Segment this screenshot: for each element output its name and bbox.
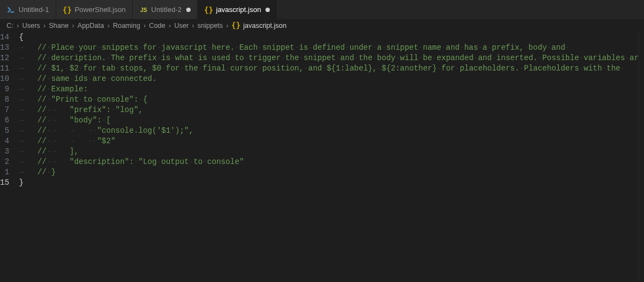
- breadcrumb-segment[interactable]: AppData: [78, 22, 104, 30]
- braces-icon: {}: [232, 21, 240, 31]
- line-number: 12: [0, 53, 9, 63]
- code-line[interactable]: → //·→ "description":·"Log·output·to·con…: [19, 157, 644, 167]
- line-number: 9: [0, 84, 9, 95]
- svg-text:{}: {}: [204, 5, 213, 14]
- code-text: //·→ "prefix":·"log",: [37, 105, 143, 115]
- line-number: 11: [0, 63, 9, 74]
- breadcrumb-final[interactable]: {}javascript.json: [232, 21, 286, 31]
- tab-untitled-2[interactable]: JSUntitled-2: [133, 0, 198, 19]
- dirty-indicator-icon: [265, 8, 270, 12]
- tab-bar: Untitled-1{}PowerShell.jsonJSUntitled-2{…: [0, 0, 644, 19]
- line-number: 1: [0, 167, 9, 178]
- tab-label: PowerShell.json: [75, 5, 126, 14]
- breadcrumb[interactable]: C:›Users›Shane›AppData›Roaming›Code›User…: [0, 19, 644, 32]
- code-text: //·same·ids·are·connected.: [37, 74, 157, 84]
- code-text: //·→ → ··"$2": [37, 136, 115, 146]
- breadcrumb-segment[interactable]: Shane: [49, 22, 69, 30]
- code-text: //·→ "description":·"Log·output·to·conso…: [37, 157, 244, 167]
- svg-text:{}: {}: [63, 5, 72, 14]
- svg-text:{}: {}: [232, 21, 240, 30]
- code-line[interactable]: → //·→ → ··"$2": [19, 136, 644, 146]
- line-number: 8: [0, 95, 9, 105]
- braces-icon: {}: [63, 5, 72, 14]
- code-area[interactable]: {→ //·Place·your·snippets·for·javascript…: [19, 32, 644, 282]
- line-number: 4: [0, 136, 9, 146]
- editor[interactable]: 141312111098765432115 {→ //·Place·your·s…: [0, 32, 644, 282]
- line-number: 14: [0, 32, 9, 43]
- tab-powershell-json[interactable]: {}PowerShell.json: [56, 0, 133, 19]
- code-text: //·description.·The·prefix·is·what·is·us…: [37, 53, 644, 63]
- chevron-right-icon: ›: [107, 22, 109, 30]
- code-line[interactable]: → //·→ "prefix":·"log",: [19, 105, 644, 115]
- code-line[interactable]: → //·Place·your·snippets·for·javascript·…: [19, 43, 644, 53]
- code-line[interactable]: → //·$1,·$2·for·tab·stops,·$0·for·the·fi…: [19, 63, 644, 74]
- line-gutter: 141312111098765432115: [0, 32, 19, 282]
- code-line[interactable]: → //·→ "body":·[: [19, 115, 644, 126]
- code-line[interactable]: }: [19, 178, 644, 188]
- chevron-right-icon: ›: [192, 22, 194, 30]
- line-number: 10: [0, 74, 9, 84]
- line-number: 2: [0, 157, 9, 167]
- tab-untitled-1[interactable]: Untitled-1: [0, 0, 56, 19]
- svg-text:JS: JS: [140, 7, 147, 13]
- chevron-right-icon: ›: [169, 22, 171, 30]
- line-number: 5: [0, 126, 9, 136]
- code-text: //·Example:: [37, 84, 87, 95]
- breadcrumb-segment[interactable]: Code: [149, 22, 166, 30]
- powershell-icon: [7, 5, 15, 14]
- code-text: //·$1,·$2·for·tab·stops,·$0·for·the·fina…: [37, 63, 625, 74]
- minimap[interactable]: [639, 32, 644, 282]
- code-line[interactable]: → //·→ → ··"console.log('$1');",: [19, 126, 644, 136]
- chevron-right-icon: ›: [226, 22, 228, 30]
- chevron-right-icon: ›: [17, 22, 19, 30]
- tab-label: Untitled-1: [19, 5, 49, 14]
- code-text: //·→ → ··"console.log('$1');",: [37, 126, 193, 136]
- chevron-right-icon: ›: [72, 22, 74, 30]
- tab-label: Untitled-2: [151, 5, 182, 14]
- breadcrumb-segment[interactable]: User: [174, 22, 188, 30]
- code-text: //·Place·your·snippets·for·javascript·he…: [37, 43, 570, 53]
- chevron-right-icon: ›: [43, 22, 45, 30]
- code-text: //·→ ],: [37, 146, 79, 157]
- breadcrumb-segment[interactable]: Users: [22, 22, 40, 30]
- code-text: {: [19, 32, 23, 43]
- code-text: //·"Print·to·console":·{: [37, 95, 147, 105]
- code-line[interactable]: → //·Example:: [19, 84, 644, 95]
- code-line[interactable]: → //·}: [19, 167, 644, 178]
- chevron-right-icon: ›: [144, 22, 146, 30]
- code-line[interactable]: {: [19, 32, 644, 43]
- code-line[interactable]: → //·"Print·to·console":·{: [19, 95, 644, 105]
- line-number: 3: [0, 146, 9, 157]
- code-line[interactable]: → //·→ ],: [19, 146, 644, 157]
- dirty-indicator-icon: [186, 8, 191, 12]
- line-number: 15: [0, 178, 9, 188]
- breadcrumb-final-label: javascript.json: [243, 22, 286, 30]
- line-number: 13: [0, 43, 9, 53]
- tab-javascript-json[interactable]: {}javascript.json: [198, 0, 277, 19]
- braces-icon: {}: [204, 5, 213, 14]
- breadcrumb-segment[interactable]: snippets: [198, 22, 223, 30]
- code-line[interactable]: → //·description.·The·prefix·is·what·is·…: [19, 53, 644, 63]
- code-text: }: [19, 178, 23, 188]
- breadcrumb-segment[interactable]: C:: [7, 22, 14, 30]
- tab-label: javascript.json: [216, 5, 261, 14]
- line-number: 6: [0, 115, 9, 126]
- breadcrumb-segment[interactable]: Roaming: [113, 22, 140, 30]
- line-number: 7: [0, 105, 9, 115]
- code-text: //·}: [37, 167, 56, 178]
- code-text: //·→ "body":·[: [37, 115, 110, 126]
- code-line[interactable]: → //·same·ids·are·connected.: [19, 74, 644, 84]
- js-icon: JS: [139, 5, 148, 14]
